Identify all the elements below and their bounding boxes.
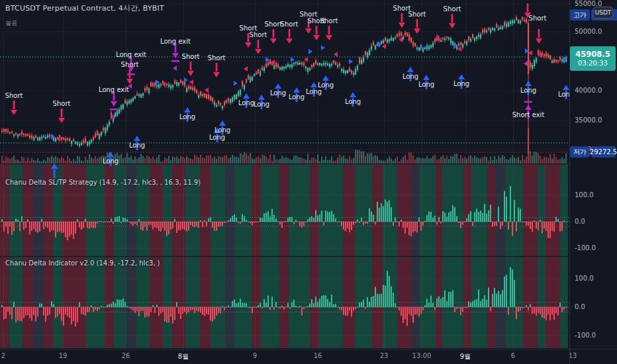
strategy-pane-title[interactable]: Chanu Delta SL/TP Strategy (14.9, -17.2,… bbox=[5, 179, 201, 186]
long-signal-label: Long bbox=[103, 158, 119, 165]
long-signal-label: Long bbox=[289, 93, 305, 101]
time-tick: 16 bbox=[314, 352, 322, 359]
long-signal-label: Long bbox=[306, 88, 322, 95]
long-signal-label: Long bbox=[129, 142, 145, 149]
indicator-tick: -100.0 bbox=[575, 244, 596, 251]
short-signal-label: Short bbox=[121, 61, 139, 68]
short-exit-label: Short exit bbox=[512, 111, 545, 118]
long-signal-label: Long bbox=[403, 73, 418, 80]
time-axis[interactable]: 219268월9162313:009월613 bbox=[0, 349, 617, 364]
candle-countdown: 03:20:33 bbox=[578, 59, 608, 68]
time-tick: 8월 bbox=[178, 352, 189, 361]
indicator-tick: -100.0 bbox=[575, 332, 596, 339]
time-tick: 9 bbox=[253, 352, 257, 359]
long-signal-label: Long bbox=[209, 134, 225, 141]
time-tick: 19 bbox=[59, 352, 68, 359]
high-price-label-badge: 고가 bbox=[570, 9, 590, 21]
price-tick: 40000.0 bbox=[575, 87, 602, 94]
long-signal-label: Long bbox=[254, 101, 269, 108]
short-signal-label: Short bbox=[529, 15, 547, 22]
time-tick: 9월 bbox=[460, 352, 471, 361]
time-tick: 23 bbox=[380, 352, 389, 359]
long-signal-label: Long bbox=[179, 113, 195, 120]
long-signal-label: Long bbox=[453, 80, 469, 87]
short-signal-label: Short bbox=[320, 17, 338, 24]
long-signal-label: Long bbox=[270, 89, 286, 97]
long-signal-label: Long bbox=[418, 81, 434, 88]
low-price-label-badge: 저가 bbox=[570, 146, 590, 158]
price-tick: 35000.0 bbox=[575, 116, 602, 124]
indicator-tick: 0.0 bbox=[575, 218, 585, 225]
time-tick: 26 bbox=[122, 352, 130, 359]
short-signal-label: Short bbox=[208, 54, 226, 62]
long-signal-label: Long bbox=[238, 99, 254, 107]
low-price-value-badge: 29272.5 bbox=[591, 146, 616, 158]
tradingview-chart-window: BTCUSDT Perpetual Contract, 4시간, BYBIT 볼… bbox=[0, 0, 617, 364]
long-exit-label: Long exit bbox=[99, 86, 129, 93]
short-signal-label: Short bbox=[444, 5, 461, 13]
time-tick: 2 bbox=[1, 352, 5, 359]
chart-canvas[interactable] bbox=[0, 0, 569, 349]
time-tick: 13:00 bbox=[412, 352, 432, 359]
short-signal-label: Short bbox=[53, 100, 71, 107]
indicator-tick: 100.0 bbox=[575, 275, 594, 282]
indicator-tick: 100.0 bbox=[575, 191, 594, 199]
long-signal-label: Long bbox=[520, 87, 536, 94]
last-price-badge: 45908.5 03:20:33 bbox=[570, 46, 616, 71]
short-signal-label: Short bbox=[182, 53, 200, 60]
short-signal-label: Short bbox=[408, 11, 426, 18]
long-signal-label: Long bbox=[214, 126, 230, 134]
indicator-pane-title[interactable]: Chanu Delta Indicator v2.0 (14.9, -17.2,… bbox=[5, 259, 160, 267]
short-signal-label: Short bbox=[5, 92, 23, 99]
price-tick: 50000.0 bbox=[575, 28, 602, 35]
volume-indicator-label[interactable]: 볼륨 bbox=[5, 19, 17, 28]
long-exit-label: Long exit bbox=[116, 51, 146, 58]
long-exit-label: Long exit bbox=[160, 38, 191, 45]
short-signal-label: Short bbox=[265, 21, 283, 28]
short-signal-label: Short bbox=[250, 31, 267, 38]
short-signal-label: Short bbox=[281, 21, 299, 28]
currency-toggle-button[interactable]: USDT bbox=[593, 7, 613, 19]
time-tick: 6 bbox=[511, 352, 515, 359]
long-signal-label: Long bbox=[345, 98, 361, 105]
indicator-tick: 0.0 bbox=[575, 303, 585, 310]
axis-corner bbox=[569, 349, 617, 364]
long-signal-label: Long bbox=[318, 81, 334, 89]
last-price-value: 45908.5 bbox=[575, 50, 610, 59]
symbol-title[interactable]: BTCUSDT Perpetual Contract, 4시간, BYBIT bbox=[5, 3, 164, 13]
